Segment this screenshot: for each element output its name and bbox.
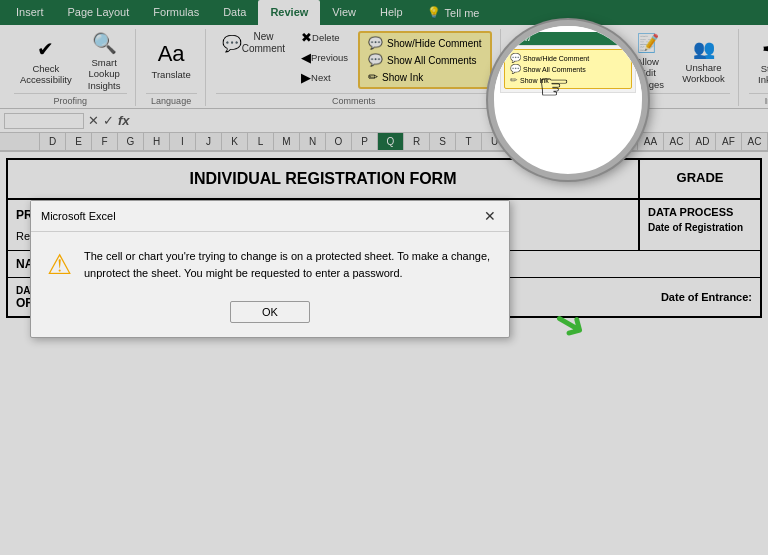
magnifier: Review 💬 Show/Hide Comment 💬 Show All Co… (488, 20, 648, 180)
dialog-body: ⚠ The cell or chart you're trying to cha… (31, 232, 509, 293)
dialog-footer: OK (31, 293, 509, 337)
dialog-title: Microsoft Excel (41, 210, 116, 222)
ok-button[interactable]: OK (230, 301, 310, 323)
dialog-title-bar: Microsoft Excel ✕ (31, 201, 509, 232)
excel-dialog: Microsoft Excel ✕ ⚠ The cell or chart yo… (30, 200, 510, 338)
dialog-close-button[interactable]: ✕ (481, 207, 499, 225)
warning-icon: ⚠ (47, 248, 72, 281)
dialog-message: The cell or chart you're trying to chang… (84, 248, 493, 281)
dialog-overlay: Microsoft Excel ✕ ⚠ The cell or chart yo… (0, 0, 768, 555)
